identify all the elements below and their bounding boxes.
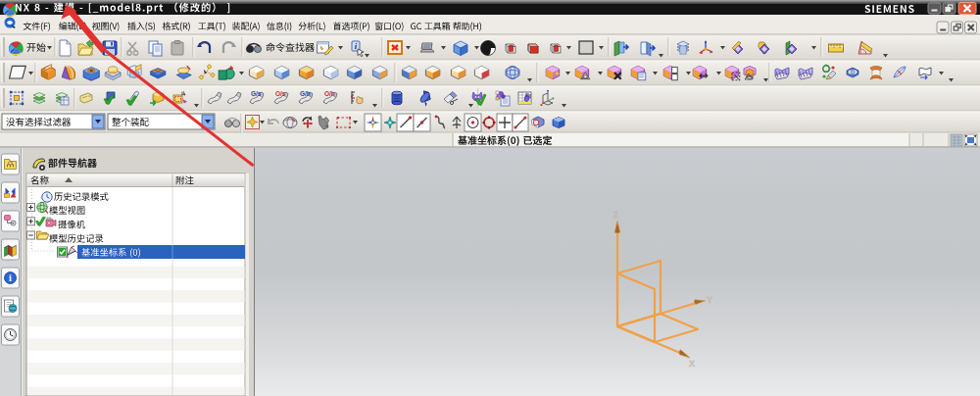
svg-text:O/s: O/s [275,90,286,97]
svg-text:i: i [9,272,12,283]
svg-text:Z: Z [613,210,619,220]
svg-text:Y: Y [707,295,712,305]
svg-text:X: X [689,359,695,369]
svg-text:O/h: O/h [324,90,335,97]
svg-text:G/s: G/s [251,90,262,97]
svg-text:G/h: G/h [300,90,311,97]
